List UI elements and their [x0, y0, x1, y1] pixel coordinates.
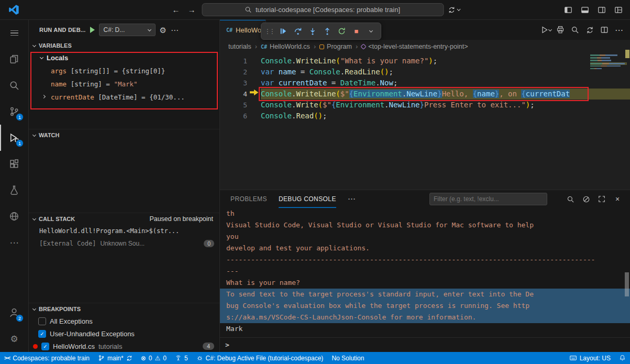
toggle-secondary-sidebar-icon[interactable] — [596, 5, 607, 15]
breadcrumb-file[interactable]: C#HelloWorld.cs — [261, 43, 310, 50]
tab-debug-console[interactable]: DEBUG CONSOLE — [279, 190, 336, 208]
sidebar-item-source-control[interactable]: 1 — [0, 98, 28, 125]
code-editor[interactable]: 1Console.WriteLine("What is your name?")… — [220, 53, 630, 190]
start-debug-button[interactable] — [90, 27, 95, 33]
expand-chevron-icon[interactable] — [42, 95, 46, 98]
tab-helloworld[interactable]: C# HelloWorld.cs — [220, 20, 266, 40]
keyboard-layout-indicator[interactable]: Layout: US — [565, 352, 615, 364]
debug-session-indicator[interactable]: C#: Debug Active File (tutorial-codespac… — [192, 352, 328, 364]
stack-frame[interactable]: [External Code]Unknown Sou...0 — [29, 237, 219, 250]
variable-row[interactable]: args [string[]] = {string[0]} — [29, 64, 219, 78]
code-line[interactable]: 2var name = Console.ReadLine(); — [220, 67, 630, 78]
breakpoint-row[interactable]: ✓HelloWorld.cstutorials4 — [29, 340, 219, 352]
line-number[interactable]: 6 — [220, 111, 261, 122]
search-editor-icon[interactable] — [569, 24, 581, 36]
breakpoint-checkbox[interactable] — [38, 317, 46, 325]
panel-more-tabs-icon[interactable]: ⋯ — [348, 194, 356, 204]
sidebar-item-extensions[interactable] — [0, 151, 28, 177]
branch-indicator[interactable]: main* — [94, 352, 137, 364]
forward-button[interactable]: → — [186, 5, 197, 14]
step-into-button[interactable] — [306, 25, 319, 38]
back-button[interactable]: ← — [170, 5, 182, 14]
restart-button[interactable] — [335, 25, 348, 38]
scope-label: Locals — [47, 54, 68, 62]
line-number[interactable]: 2 — [220, 67, 261, 78]
code-line[interactable]: 3var currentDate = DateTime.Now; — [220, 78, 630, 89]
code-text: Console.WriteLine($"{Environment.NewLine… — [261, 89, 630, 100]
clear-console-icon[interactable] — [581, 194, 591, 204]
variables-section-header[interactable]: VARIABLES — [29, 40, 219, 51]
breakpoint-row[interactable]: All Exceptions — [29, 315, 219, 327]
locals-scope-row[interactable]: Locals — [29, 51, 219, 64]
line-number[interactable]: 3 — [220, 78, 261, 89]
notifications-bell[interactable] — [615, 352, 630, 364]
sidebar-item-remote-explorer[interactable] — [0, 203, 28, 229]
debug-session-dropdown[interactable] — [364, 25, 378, 38]
console-filter[interactable] — [429, 193, 547, 205]
debug-console-input[interactable] — [233, 341, 630, 349]
drag-handle-icon[interactable]: ⋮⋮ — [264, 28, 274, 35]
split-editor-icon[interactable] — [599, 24, 610, 36]
step-over-button[interactable] — [291, 25, 304, 38]
continue-button[interactable] — [277, 25, 290, 38]
breakpoint-badge: 4 — [203, 343, 214, 350]
line-number[interactable]: 4 — [220, 89, 261, 100]
more-actions-icon[interactable]: ⋯ — [613, 24, 625, 36]
sidebar-item-explorer[interactable] — [0, 46, 28, 72]
breadcrumb-symbol[interactable]: <top-level-statements-entry-point> — [361, 43, 468, 50]
debug-views-more-icon[interactable]: ⋯ — [171, 26, 179, 34]
console-scrollbar-thumb[interactable] — [625, 272, 629, 296]
tab-problems[interactable]: PROBLEMS — [230, 190, 267, 208]
csharp-file-icon: C# — [261, 44, 267, 50]
debug-config-select[interactable]: C#: D... — [99, 24, 156, 36]
ports-indicator[interactable]: 5 — [171, 352, 192, 364]
panel-search-icon[interactable] — [565, 194, 576, 204]
configure-gear-icon[interactable]: ⚙ — [160, 26, 167, 34]
step-out-button[interactable] — [320, 25, 334, 38]
breadcrumb-class[interactable]: Program — [319, 43, 352, 50]
settings-gear-icon[interactable]: ⚙ — [0, 326, 28, 352]
code-line[interactable]: 4Console.WriteLine($"{Environment.NewLin… — [220, 89, 630, 100]
breakpoint-label: HelloWorld.cs — [53, 343, 95, 350]
chevron-down-icon — [369, 29, 373, 32]
toggle-sidebar-icon[interactable] — [563, 5, 573, 15]
command-center-search[interactable]: tutorial-codespace [Codespaces: probable… — [202, 3, 444, 16]
code-line[interactable]: 5Console.Write($"{Environment.NewLine}Pr… — [220, 100, 630, 111]
variable-row[interactable]: currentDate [DateTime] = {01/30... — [29, 91, 219, 104]
print-icon[interactable] — [555, 24, 566, 36]
code-text: var name = Console.ReadLine(); — [261, 67, 630, 78]
code-line[interactable]: 1Console.WriteLine("What is your name?")… — [220, 56, 630, 67]
remote-indicator[interactable]: >< Codespaces: probable train — [0, 352, 94, 364]
menu-icon[interactable] — [0, 20, 28, 46]
variable-row[interactable]: name [string] = "Mark" — [29, 78, 219, 91]
filter-input[interactable] — [434, 195, 543, 203]
maximize-panel-icon[interactable] — [596, 194, 607, 204]
breakpoints-section-header[interactable]: BREAKPOINTS — [29, 303, 219, 315]
accounts-icon[interactable]: 2 — [0, 300, 28, 326]
sidebar-item-testing[interactable] — [0, 177, 28, 203]
breakpoint-row[interactable]: ✓User-Unhandled Exceptions — [29, 327, 219, 340]
close-panel-icon[interactable]: × — [612, 194, 623, 204]
breakpoint-checkbox[interactable]: ✓ — [41, 343, 49, 350]
breakpoint-checkbox[interactable]: ✓ — [38, 330, 46, 338]
sidebar-item-run-debug[interactable]: 1 — [0, 125, 28, 151]
minimap[interactable] — [590, 54, 627, 71]
codespace-sync-dropdown[interactable] — [448, 6, 460, 14]
solution-indicator[interactable]: No Solution — [327, 352, 368, 364]
customize-layout-icon[interactable] — [613, 5, 624, 15]
watch-section-header[interactable]: WATCH — [29, 129, 219, 141]
sidebar-item-search[interactable] — [0, 72, 28, 98]
callstack-section-header[interactable]: CALL STACK Paused on breakpoint — [29, 213, 219, 225]
ellipsis-icon: ⋯ — [10, 238, 19, 247]
problems-indicator[interactable]: ⊗ 0 ⚠ 0 — [137, 352, 171, 364]
breadcrumb-folder[interactable]: tutorials — [228, 43, 251, 50]
line-number[interactable]: 5 — [220, 100, 261, 111]
more-views-icon[interactable]: ⋯ — [0, 229, 28, 256]
toggle-panel-icon[interactable] — [580, 5, 590, 15]
stop-button[interactable]: ■ — [350, 25, 363, 38]
run-file-button[interactable] — [540, 24, 551, 36]
stack-frame[interactable]: HelloWorld.dll!Program.<Main>$(str... — [29, 225, 219, 237]
code-line[interactable]: 6Console.Read(); — [220, 111, 630, 122]
line-number[interactable]: 1 — [220, 56, 261, 67]
sync-icon[interactable] — [584, 24, 595, 36]
